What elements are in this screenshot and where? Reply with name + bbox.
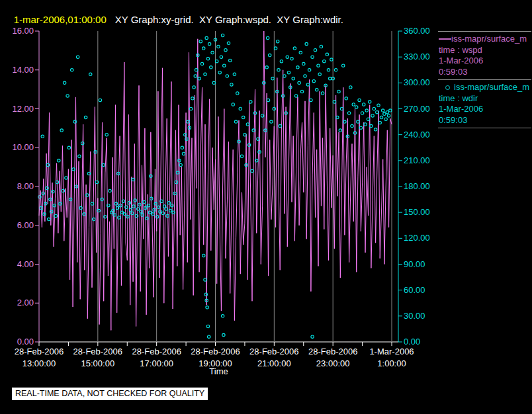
x-axis-time-label: 15:00:00 [81, 358, 115, 368]
wdir-point [277, 40, 279, 43]
x-axis-date-label: 28-Feb-2006 [73, 347, 122, 356]
legend-entry-wdir[interactable]: iss-mapr/surface_m time : wdir 1-Mar-200… [438, 80, 531, 128]
wdir-point [267, 99, 269, 101]
x-axis-time-label: 17:00:00 [140, 358, 173, 368]
wdir-point [280, 60, 283, 63]
wdir-point [179, 163, 182, 166]
wdir-point [251, 169, 253, 172]
wdir-point [89, 73, 92, 75]
wdir-point [211, 51, 214, 54]
wdir-point [299, 51, 302, 54]
legend-entry-wspd[interactable]: iss-mapr/surface_m time : wspd 1-Mar-200… [438, 32, 531, 80]
wdir-point [361, 112, 363, 114]
x-axis-date-label: 1-Mar-2006 [369, 347, 414, 356]
right-axis-tick-label: 0.00 [404, 337, 420, 347]
wdir-point [92, 218, 95, 220]
wdir-point [208, 335, 210, 338]
wdir-point [53, 204, 56, 207]
wdir-point [351, 124, 353, 127]
wdir-point [377, 104, 380, 106]
wdir-point [191, 97, 194, 100]
wdir-point [217, 45, 220, 48]
legend-series-name: iss-mapr/surface_m [451, 34, 527, 45]
left-axis-tick-label: 4.00 [17, 259, 34, 269]
wdir-point [104, 216, 107, 218]
left-axis-tick-label: 14.00 [12, 65, 34, 75]
wdir-point [320, 45, 322, 48]
wdir-point [240, 155, 243, 157]
wdir-point [386, 111, 388, 114]
wdir-circle-sample-icon [445, 85, 450, 90]
wdir-point [294, 95, 297, 97]
wdir-point [182, 152, 185, 155]
app-window: 1-mar-2006,01:00:00XY Graph:xy-grid. XY … [0, 0, 532, 414]
wdir-point [345, 97, 347, 100]
wdir-point [287, 71, 290, 74]
left-axis-tick-label: 2.00 [17, 298, 34, 308]
left-axis-tick-label: 0.00 [17, 337, 34, 347]
wdir-point [206, 325, 209, 327]
wdir-point [384, 118, 387, 120]
wdir-point [317, 64, 320, 67]
wdir-point [316, 89, 318, 91]
wdir-scatter-series [38, 34, 392, 338]
wdir-point [347, 112, 350, 114]
right-axis-tick-label: 150.00 [404, 207, 430, 217]
wdir-point [286, 56, 288, 58]
left-axis-tick-label: 10.00 [12, 142, 34, 152]
wdir-point [271, 77, 274, 80]
legend-series-name: iss-mapr/surface_m [454, 82, 529, 93]
wdir-point [242, 116, 245, 118]
x-axis-time-label: 1:00:00 [377, 358, 406, 368]
wdir-point [234, 120, 237, 123]
wdir-point [333, 101, 335, 103]
wdir-point [363, 103, 365, 106]
wdir-point [208, 42, 210, 45]
wdir-point [161, 212, 164, 214]
wdir-point [383, 112, 386, 115]
wdir-point [305, 42, 308, 45]
x-axis-time-label: 21:00:00 [257, 358, 291, 368]
left-axis-tick-label: 16.00 [12, 26, 34, 36]
wdir-point [302, 62, 305, 65]
legend-series-date: 1-Mar-2006 [439, 56, 531, 67]
left-axis-tick-label: 6.00 [17, 220, 34, 230]
wdir-point [277, 69, 280, 71]
wdir-point [311, 56, 314, 58]
wdir-point [230, 83, 233, 86]
wdir-point [389, 109, 392, 112]
wdir-point [78, 155, 81, 157]
wdir-point [221, 315, 224, 317]
x-axis-title: Time [209, 366, 228, 376]
wdir-point [252, 129, 255, 132]
x-axis-date-label: 28-Feb-2006 [132, 347, 181, 356]
wdir-point [376, 111, 378, 114]
wdir-point [76, 56, 79, 58]
wdir-point [216, 60, 218, 63]
wdir-point [327, 69, 330, 71]
wdir-point [283, 75, 286, 77]
wdir-point [310, 99, 312, 101]
wdir-point [359, 126, 362, 129]
wdir-point [330, 58, 333, 61]
wdir-point [189, 107, 192, 110]
wdir-point [296, 66, 299, 69]
right-axis-tick-label: 360.00 [404, 26, 430, 36]
left-axis-tick-label: 12.00 [12, 104, 34, 114]
legend-series-time: 0:59:03 [439, 115, 531, 126]
wdir-point [380, 116, 382, 118]
wdir-point [222, 333, 225, 336]
wdir-point [365, 109, 368, 112]
wdir-point [311, 335, 314, 338]
legend-series-field: time : wdir [439, 93, 531, 104]
right-axis-tick-label: 30.00 [404, 311, 425, 321]
wdir-point [312, 80, 315, 83]
wdir-point [323, 60, 326, 63]
wdir-point [236, 92, 239, 95]
right-axis-tick-label: 60.00 [404, 285, 425, 295]
wdir-point [204, 73, 206, 75]
wdir-point [249, 101, 252, 103]
right-axis-tick-label: 120.00 [404, 233, 430, 243]
wdir-point [200, 62, 203, 65]
right-axis-tick-label: 330.00 [404, 52, 430, 62]
